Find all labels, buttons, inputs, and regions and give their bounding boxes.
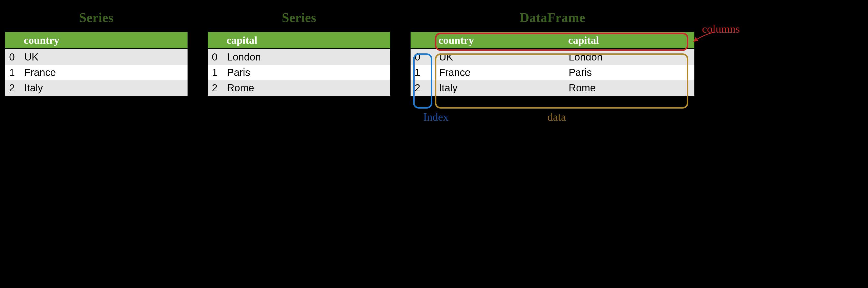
diagram-root: Series country 0 UK 1 France 2 — [5, 10, 863, 96]
series1-header-col: country — [20, 32, 188, 49]
df-row1-idx: 1 — [410, 65, 435, 80]
df-row1-capital: Paris — [565, 65, 694, 80]
table-row: 2 Italy Rome — [410, 80, 694, 96]
df-header-capital: capital — [565, 32, 694, 49]
series1-row1-val: France — [20, 65, 188, 80]
table-row: 2 Italy — [5, 80, 188, 96]
table-row: 2 Rome — [208, 80, 390, 96]
series1-row0-idx: 0 — [5, 49, 20, 65]
annotation-columns-label: columns — [702, 23, 740, 35]
series2-header-col: capital — [223, 32, 390, 49]
series1-title: Series — [5, 10, 188, 25]
series1-row2-val: Italy — [20, 80, 188, 96]
df-header-idx — [410, 32, 435, 49]
series2-row1-idx: 1 — [208, 65, 223, 80]
series1-header-idx — [5, 32, 20, 49]
df-row0-capital: London — [565, 49, 694, 65]
arrow-icon — [691, 32, 717, 47]
series1-row0-val: UK — [20, 49, 188, 65]
table-row: 1 France — [5, 65, 188, 80]
series2-row0-idx: 0 — [208, 49, 223, 65]
series1-panel: Series country 0 UK 1 France 2 — [5, 10, 188, 96]
dataframe-title: DataFrame — [410, 10, 694, 25]
annotation-data-label: data — [548, 111, 566, 123]
table-row: 0 UK London — [410, 49, 694, 65]
series2-row1-val: Paris — [223, 65, 390, 80]
series2-header-idx — [208, 32, 223, 49]
df-header-country: country — [435, 32, 565, 49]
df-row0-idx: 0 — [410, 49, 435, 65]
series2-row2-val: Rome — [223, 80, 390, 96]
series2-row2-idx: 2 — [208, 80, 223, 96]
series2-title: Series — [208, 10, 390, 25]
dataframe-panel: DataFrame country capital 0 UK London — [410, 10, 694, 96]
annotation-index-label: Index (axis labels) — [403, 111, 469, 126]
series1-row1-idx: 1 — [5, 65, 20, 80]
series2-panel: Series capital 0 London 1 Paris 2 — [208, 10, 390, 96]
annotation-index-line1: Index — [423, 111, 448, 123]
table-row: 0 London — [208, 49, 390, 65]
df-row0-country: UK — [435, 49, 565, 65]
series2-table: capital 0 London 1 Paris 2 Rome — [208, 32, 390, 96]
series2-row0-val: London — [223, 49, 390, 65]
dataframe-wrapper: country capital 0 UK London 1 France Par… — [410, 32, 694, 96]
table-row: 0 UK — [5, 49, 188, 65]
table-row: 1 Paris — [208, 65, 390, 80]
series1-row2-idx: 2 — [5, 80, 20, 96]
df-row2-idx: 2 — [410, 80, 435, 96]
annotation-index-line2: (axis labels) — [409, 124, 463, 126]
table-row: 1 France Paris — [410, 65, 694, 80]
df-row2-capital: Rome — [565, 80, 694, 96]
df-row1-country: France — [435, 65, 565, 80]
df-row2-country: Italy — [435, 80, 565, 96]
series1-table: country 0 UK 1 France 2 Italy — [5, 32, 188, 96]
dataframe-table: country capital 0 UK London 1 France Par… — [410, 32, 694, 96]
